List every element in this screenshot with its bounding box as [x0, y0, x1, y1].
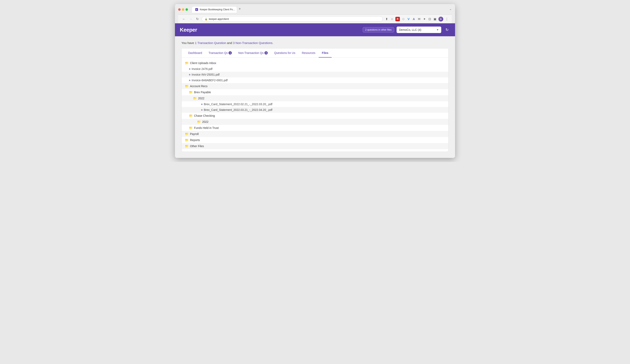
- tabs-row: DashboardTransaction Qs1Non-Transaction …: [182, 48, 448, 58]
- chevron-down-icon: ▼: [436, 28, 439, 31]
- folder-name: Payroll: [190, 132, 199, 136]
- tab-files-label: Files: [322, 51, 328, 54]
- folder-item[interactable]: 📁Reports: [182, 137, 448, 143]
- extension-1-icon[interactable]: R: [395, 17, 400, 21]
- tab-transaction-qs[interactable]: Transaction Qs1: [206, 48, 235, 57]
- grid-icon[interactable]: ▣: [433, 17, 437, 21]
- folder-name: 2022: [202, 120, 208, 123]
- tab-resources-label: Resources: [302, 51, 316, 54]
- file-item[interactable]: Brex_Card_Statement_2022.03.21_-_2022.04…: [182, 107, 448, 113]
- folder-item[interactable]: 📁Other Files: [182, 143, 448, 149]
- toolbar-actions: ⬆ ☆ R ⊙ V A ✉ ✦ ⊡ ▣ A ⋮: [385, 17, 448, 21]
- reload-button[interactable]: ↻: [195, 17, 200, 21]
- browser-toolbar: ← → ↻ 🔒 keeper.app/client ⬆ ☆ R ⊙ V A ✉ …: [178, 14, 452, 23]
- folder-item[interactable]: 📁Chase Checking: [182, 113, 448, 119]
- questions-in-other-files-badge[interactable]: 2 questions in other files: [363, 27, 394, 32]
- file-tree: 📁Client Uploads InboxInvoice 2476.pdfInv…: [182, 58, 448, 152]
- close-button[interactable]: [178, 8, 181, 11]
- active-tab[interactable]: K Keeper Bookkeeping Client Po… ×: [192, 7, 237, 13]
- folder-name: Reports: [190, 138, 200, 142]
- tab-favicon: K: [195, 8, 198, 11]
- tab-dashboard[interactable]: Dashboard: [185, 48, 206, 57]
- profile-avatar[interactable]: A: [438, 17, 443, 21]
- extension-4-icon[interactable]: A: [412, 17, 416, 21]
- folder-icon: 📁: [185, 138, 189, 142]
- minimize-button[interactable]: [182, 8, 184, 11]
- refresh-button[interactable]: ↻: [444, 26, 450, 33]
- extension-2-icon[interactable]: ⊙: [402, 17, 405, 21]
- address-bar[interactable]: 🔒 keeper.app/client: [202, 16, 383, 22]
- folder-name: Other Files: [190, 145, 204, 148]
- intro-text: You have 1 Transaction Question and 3 No…: [182, 41, 448, 45]
- extension-6-icon[interactable]: ✦: [422, 17, 426, 21]
- tab-non-transaction-qs-label: Non-Transaction Qs: [238, 51, 264, 54]
- folder-item[interactable]: 📁Funds Held in Trust: [182, 125, 448, 131]
- file-dot-icon: [201, 104, 202, 105]
- tab-files[interactable]: Files: [319, 48, 332, 57]
- file-item[interactable]: Invoice-8A8ABEF2-0001.pdf: [182, 77, 448, 83]
- folder-item[interactable]: 📁Brex Payable: [182, 89, 448, 95]
- tab-questions-for-us[interactable]: Questions for Us: [271, 48, 298, 57]
- folder-icon: 📁: [189, 126, 193, 130]
- tab-transaction-qs-label: Transaction Qs: [209, 51, 228, 54]
- folder-item[interactable]: 📁Client Uploads Inbox: [182, 60, 448, 66]
- extension-5-icon[interactable]: ✉: [417, 17, 421, 21]
- file-name: Brex_Card_Statement_2022.03.21_-_2022.04…: [204, 108, 272, 111]
- url-text: keeper.app/client: [209, 17, 229, 20]
- tab-questions-for-us-label: Questions for Us: [274, 51, 295, 54]
- file-dot-icon: [189, 74, 190, 75]
- folder-icon: 📁: [189, 90, 193, 94]
- cast-icon[interactable]: ⊡: [428, 17, 432, 21]
- folder-icon: 📁: [185, 144, 189, 148]
- tab-resources[interactable]: Resources: [298, 48, 319, 57]
- folder-name: Funds Held in Trust: [194, 126, 218, 130]
- folder-item[interactable]: 📁2022: [182, 119, 448, 125]
- main-card: DashboardTransaction Qs1Non-Transaction …: [182, 48, 448, 152]
- folder-icon: 📁: [185, 132, 189, 136]
- app-header: Keeper 2 questions in other files DemoCo…: [175, 23, 455, 36]
- folder-name: 2022: [198, 97, 204, 100]
- folder-name: Chase Checking: [194, 114, 215, 117]
- file-name: Invoice-8A8ABEF2-0001.pdf: [192, 79, 228, 82]
- intro-middle: and: [226, 41, 233, 45]
- new-tab-button[interactable]: +: [237, 6, 243, 13]
- tab-non-transaction-qs-badge: 3: [264, 51, 268, 54]
- company-selector[interactable]: DemoCo, LLC (4) ▼: [396, 26, 441, 33]
- extension-3-icon[interactable]: V: [407, 17, 410, 21]
- tab-title: Keeper Bookkeeping Client Po…: [200, 8, 235, 11]
- file-name: Invoice 2476.pdf: [192, 67, 212, 71]
- intro-prefix: You have: [182, 41, 195, 45]
- non-transaction-question-link[interactable]: 3 Non-Transaction Questions.: [233, 41, 274, 45]
- file-item[interactable]: Invoice 2476.pdf: [182, 66, 448, 72]
- folder-name: Client Uploads Inbox: [190, 61, 216, 65]
- file-dot-icon: [189, 80, 190, 81]
- browser-window: K Keeper Bookkeeping Client Po… × + ⌄ ← …: [175, 4, 455, 158]
- secure-icon: 🔒: [204, 18, 208, 20]
- browser-titlebar: K Keeper Bookkeeping Client Po… × + ⌄ ← …: [175, 4, 455, 23]
- menu-icon[interactable]: ⋮: [445, 17, 448, 21]
- folder-icon: 📁: [185, 61, 189, 65]
- share-icon[interactable]: ⬆: [385, 17, 388, 21]
- folder-icon: 📁: [193, 96, 197, 100]
- browser-top-row: K Keeper Bookkeeping Client Po… × + ⌄: [178, 6, 452, 13]
- back-button[interactable]: ←: [182, 17, 186, 21]
- tab-dashboard-label: Dashboard: [188, 51, 202, 54]
- file-item[interactable]: Invoice INV-25051.pdf: [182, 72, 448, 77]
- folder-icon: 📁: [185, 84, 189, 88]
- tab-non-transaction-qs[interactable]: Non-Transaction Qs3: [235, 48, 271, 57]
- folder-item[interactable]: 📁Account Recs: [182, 83, 448, 89]
- folder-name: Account Recs: [190, 85, 208, 88]
- transaction-question-link[interactable]: 1 Transaction Question: [195, 41, 226, 45]
- folder-icon: 📁: [197, 120, 201, 124]
- file-dot-icon: [201, 109, 202, 111]
- folder-item[interactable]: 📁Payroll: [182, 131, 448, 137]
- folder-item[interactable]: 📁2022: [182, 95, 448, 101]
- app-logo: Keeper: [180, 27, 363, 33]
- maximize-button[interactable]: [186, 8, 188, 11]
- forward-button[interactable]: →: [188, 17, 193, 21]
- file-item[interactable]: Brex_Card_Statement_2022.02.21_-_2022.03…: [182, 101, 448, 107]
- folder-name: Brex Payable: [194, 91, 211, 94]
- file-name: Invoice INV-25051.pdf: [192, 73, 220, 76]
- company-name: DemoCo, LLC (4): [399, 28, 421, 31]
- bookmark-icon[interactable]: ☆: [390, 17, 394, 21]
